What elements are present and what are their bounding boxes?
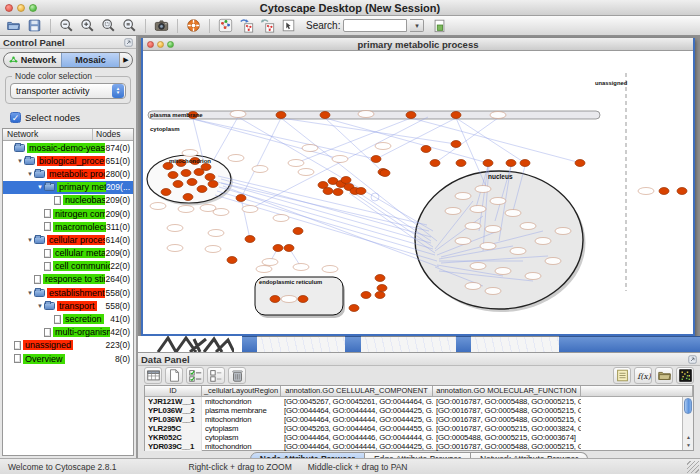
network-node-outline[interactable] <box>520 223 536 230</box>
network-node-outline[interactable] <box>638 188 654 195</box>
network-node[interactable] <box>197 186 207 193</box>
network-node[interactable] <box>375 275 385 282</box>
new-attribute-icon[interactable] <box>165 367 183 384</box>
network-node-outline[interactable] <box>332 156 348 163</box>
disclosure-triangle[interactable]: ▼ <box>26 290 34 296</box>
network-node[interactable] <box>483 160 493 167</box>
tree-row[interactable]: Overview8(0) <box>3 352 133 365</box>
tree-row[interactable]: multi-organism pro42(0) <box>3 326 133 339</box>
tree-row[interactable]: ▼biological_process651(0) <box>3 154 133 167</box>
select-attributes-icon[interactable] <box>186 367 204 384</box>
zoom-fit-icon[interactable] <box>120 17 139 35</box>
tree-row[interactable]: macromolecule311(0) <box>3 220 133 233</box>
network-node[interactable] <box>520 160 530 167</box>
network-node[interactable] <box>421 146 431 153</box>
network-node[interactable] <box>181 170 191 177</box>
network-node-outline[interactable] <box>525 273 541 280</box>
float-panel-icon[interactable] <box>124 33 133 51</box>
network-node[interactable] <box>333 189 343 196</box>
tab-mosaic[interactable]: Mosaic <box>61 53 119 67</box>
network-node[interactable] <box>323 188 333 195</box>
network-node-outline[interactable] <box>455 193 471 200</box>
network-node[interactable] <box>430 160 440 167</box>
tree-row[interactable]: ▼establishment of lo558(0) <box>3 286 133 299</box>
zoom-out-icon[interactable] <box>57 17 76 35</box>
network-node-outline[interactable] <box>495 268 511 275</box>
network-node-outline[interactable] <box>167 225 183 232</box>
network-node[interactable] <box>375 292 385 299</box>
table-row[interactable]: YPL036W__1mitochondrion[GO:0044464, GO:0… <box>145 415 693 424</box>
network-node-outline[interactable] <box>281 296 297 303</box>
network-node[interactable] <box>293 228 303 235</box>
network-node-outline[interactable] <box>205 246 221 253</box>
network-node[interactable] <box>298 296 308 303</box>
disclosure-triangle[interactable]: ▼ <box>36 303 44 309</box>
network-node[interactable] <box>270 296 280 303</box>
network-node[interactable] <box>361 292 371 299</box>
table-row[interactable]: YPL036W__2plasma membrane[GO:0044464, GO… <box>145 406 693 415</box>
network-node[interactable] <box>187 179 197 186</box>
tab-network[interactable]: Network <box>4 53 61 67</box>
disclosure-triangle[interactable]: ▼ <box>36 184 44 190</box>
network-node-outline[interactable] <box>465 283 481 290</box>
tree-row[interactable]: nucleobase-c209(0) <box>3 194 133 207</box>
network-node[interactable] <box>575 160 585 167</box>
function-builder-icon[interactable]: f(x) <box>634 367 652 384</box>
network-node-outline[interactable] <box>302 145 318 152</box>
network-node[interactable] <box>194 169 204 176</box>
notes-icon[interactable] <box>613 367 631 384</box>
network-node[interactable] <box>341 177 351 184</box>
network-node-outline[interactable] <box>485 226 501 233</box>
plugin-icon[interactable] <box>430 17 449 35</box>
disclosure-triangle[interactable]: ▼ <box>16 158 24 164</box>
network-node[interactable] <box>183 194 193 201</box>
open-icon[interactable] <box>4 17 23 35</box>
tree-row[interactable]: ▼cellular process614(0) <box>3 233 133 246</box>
network-node-outline[interactable] <box>178 206 194 213</box>
network-node-outline[interactable] <box>535 238 551 245</box>
network-node-outline[interactable] <box>485 288 501 295</box>
scrollbar-arrows[interactable]: ▲▼ <box>683 433 694 449</box>
network-node-outline[interactable] <box>150 203 166 210</box>
search-input[interactable] <box>343 19 407 32</box>
network-node-outline[interactable] <box>322 266 338 273</box>
snapshot-icon[interactable] <box>152 17 171 35</box>
tree-column-nodes[interactable]: Nodes <box>93 129 133 140</box>
network-node[interactable] <box>377 285 387 292</box>
network-node-outline[interactable] <box>470 263 486 270</box>
table-row[interactable]: YDR039C__1mitochondrion[GO:0044464, GO:0… <box>145 442 693 451</box>
tree-row[interactable]: ▼metabolic process280(0) <box>3 167 133 180</box>
annotation-icon[interactable] <box>279 17 298 35</box>
table-column-header[interactable]: annotation.GO MOLECULAR_FUNCTION <box>433 386 581 397</box>
network-node-outline[interactable] <box>465 223 481 230</box>
network-node-outline[interactable] <box>445 208 461 215</box>
network-node[interactable] <box>208 181 218 188</box>
network-node[interactable] <box>245 236 255 243</box>
unselect-attributes-icon[interactable] <box>207 367 225 384</box>
network-node[interactable] <box>284 245 294 252</box>
network-node-outline[interactable] <box>256 266 272 273</box>
tree-row[interactable]: ▼transport558(0) <box>3 299 133 312</box>
network-node-outline[interactable] <box>293 264 309 271</box>
scrollbar-thumb[interactable] <box>684 398 692 414</box>
delete-attribute-icon[interactable] <box>228 367 246 384</box>
network-node-outline[interactable] <box>228 155 244 162</box>
network-node[interactable] <box>451 112 461 119</box>
network-node[interactable] <box>320 112 330 119</box>
network-node-outline[interactable] <box>505 210 521 217</box>
network-node[interactable] <box>273 245 283 252</box>
network-node-outline[interactable] <box>208 230 224 237</box>
network-node[interactable] <box>406 112 416 119</box>
destroy-view-icon[interactable] <box>258 17 277 35</box>
layout-icon[interactable] <box>216 17 235 35</box>
network-node[interactable] <box>173 181 183 188</box>
select-nodes-checkbox[interactable]: ✓ <box>10 112 21 123</box>
plasma-membrane-region[interactable] <box>148 111 600 119</box>
network-node[interactable] <box>371 156 381 163</box>
tree-row[interactable]: secretion41(0) <box>3 312 133 325</box>
help-icon[interactable] <box>184 17 203 35</box>
network-node-outline[interactable] <box>470 206 486 213</box>
network-node-outline[interactable] <box>545 258 561 265</box>
disclosure-triangle[interactable]: ▼ <box>26 237 34 243</box>
network-node[interactable] <box>276 112 286 119</box>
